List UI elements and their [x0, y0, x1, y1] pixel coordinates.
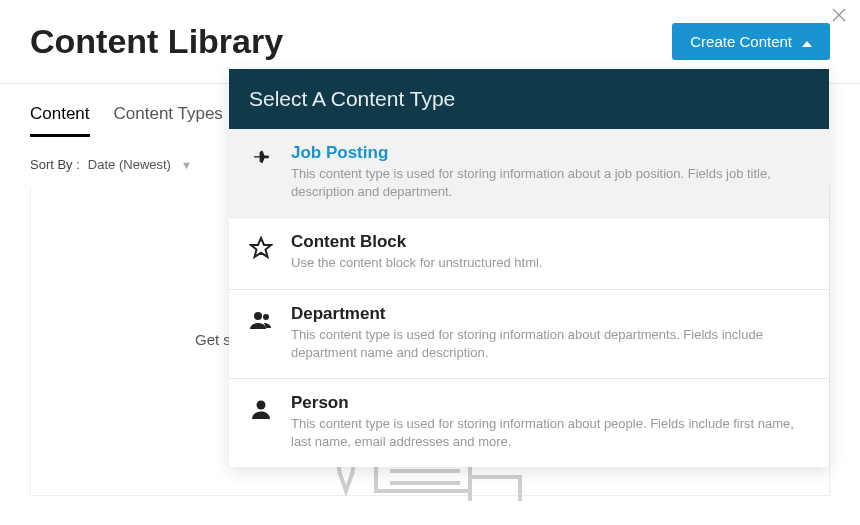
- dropdown-header: Select A Content Type: [229, 69, 829, 129]
- tab-content-types[interactable]: Content Types: [114, 104, 223, 137]
- sort-value: Date (Newest): [88, 157, 171, 172]
- chevron-down-icon: ▼: [181, 159, 192, 171]
- people-icon: [249, 308, 273, 336]
- content-type-dropdown: Select A Content Type Job Posting This c…: [229, 69, 829, 467]
- content-type-title: Job Posting: [291, 143, 809, 163]
- tab-content[interactable]: Content: [30, 104, 90, 137]
- sort-label: Sort By :: [30, 157, 80, 172]
- content-type-department[interactable]: Department This content type is used for…: [229, 290, 829, 379]
- get-started-text: Get s: [195, 331, 231, 348]
- page: Content Library Create Content Content C…: [0, 0, 860, 525]
- svg-point-15: [254, 312, 262, 320]
- star-outline-icon: [249, 236, 273, 264]
- content-type-desc: Use the content block for unstructured h…: [291, 254, 809, 272]
- content-type-job-posting[interactable]: Job Posting This content type is used fo…: [229, 129, 829, 218]
- close-icon[interactable]: [832, 8, 846, 26]
- create-content-label: Create Content: [690, 33, 792, 50]
- svg-point-17: [257, 400, 266, 409]
- caret-up-icon: [802, 33, 812, 50]
- content-type-person[interactable]: Person This content type is used for sto…: [229, 379, 829, 467]
- content-type-title: Content Block: [291, 232, 809, 252]
- sort-select[interactable]: Date (Newest) ▼: [88, 157, 192, 172]
- content-type-desc: This content type is used for storing in…: [291, 165, 809, 201]
- svg-marker-2: [802, 41, 812, 47]
- content-type-title: Person: [291, 393, 809, 413]
- pin-icon: [249, 147, 273, 175]
- create-content-button[interactable]: Create Content: [672, 23, 830, 60]
- person-icon: [249, 397, 273, 425]
- content-type-content-block[interactable]: Content Block Use the content block for …: [229, 218, 829, 289]
- content-type-title: Department: [291, 304, 809, 324]
- page-title: Content Library: [30, 22, 283, 61]
- svg-point-16: [263, 314, 269, 320]
- svg-marker-14: [251, 238, 271, 257]
- content-type-desc: This content type is used for storing in…: [291, 415, 809, 451]
- content-type-desc: This content type is used for storing in…: [291, 326, 809, 362]
